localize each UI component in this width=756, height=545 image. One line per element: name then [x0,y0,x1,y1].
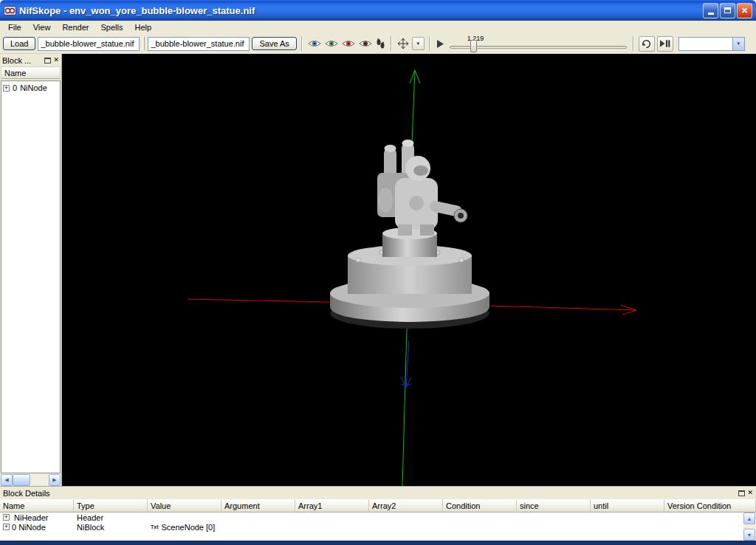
view-front-eye-icon[interactable] [324,38,339,49]
block-list-name-column-header[interactable]: Name [1,66,61,79]
menu-spells[interactable]: Spells [94,21,128,33]
view-side-eye-icon[interactable] [341,38,356,49]
close-icon: ✕ [741,6,748,16]
column-header-since[interactable]: since [517,499,591,513]
cell-type: Header [74,513,148,522]
close-panel-icon[interactable]: ✕ [747,490,753,496]
cell-name: + NiHeader [0,513,74,522]
load-file-input[interactable] [38,37,140,51]
nifskope-window: NifSkope - env_won_yore_bubble-blower_st… [0,0,756,545]
toolbar-grip [142,37,145,50]
value-type-tag: Txt [151,524,159,529]
scrollbar-thumb[interactable] [13,474,30,486]
save-as-button[interactable]: Save As [252,37,296,50]
scroll-up-icon: ▲ [747,516,752,521]
expand-icon[interactable]: + [3,85,10,92]
chevron-down-icon: ▼ [736,41,740,46]
table-row[interactable]: + NiHeader Header [0,513,743,522]
chevron-down-icon: ▼ [416,41,420,46]
minimize-icon [708,13,714,15]
slider-thumb[interactable] [470,40,477,52]
maximize-icon [724,7,731,13]
play-animation-icon[interactable] [435,38,446,49]
column-header-array2[interactable]: Array2 [369,499,443,513]
switch-animation-button[interactable] [657,36,673,52]
move-axes-icon[interactable] [396,37,410,50]
scroll-left-button[interactable]: ◀ [1,474,13,486]
block-details-vertical-scrollbar[interactable]: ▲ ▼ [743,513,756,541]
walk-footprints-icon[interactable] [375,38,386,50]
column-header-version-condition[interactable]: Version Condition [664,499,756,513]
skip-end-icon [659,38,670,49]
toolbar-separator [633,36,634,51]
menubar: File View Render Spells Help [0,21,756,34]
block-list-tree[interactable]: + 0 NiNode [1,80,61,473]
column-header-condition[interactable]: Condition [443,499,517,513]
cell-name-text: NiHeader [14,513,48,522]
cell-name: + 0 NiNode [0,523,74,532]
menu-file[interactable]: File [2,21,27,33]
scroll-left-icon: ◀ [4,477,8,483]
block-list-title: Block ... [2,56,44,65]
view-user-eye-icon[interactable] [358,38,373,49]
3d-viewport[interactable] [62,54,756,486]
expand-icon[interactable]: + [3,524,10,530]
load-button[interactable]: Load [3,37,35,50]
cell-value: Txt SceneNode [0] [148,523,221,532]
scroll-up-button[interactable]: ▲ [743,513,755,524]
block-details-title: Block Details [3,489,371,498]
view-top-eye-icon[interactable] [307,38,322,49]
animation-select-combobox[interactable]: ▼ [678,37,745,51]
menu-render[interactable]: Render [56,21,94,33]
tree-item-index: 0 [13,83,17,92]
close-panel-icon[interactable]: ✕ [53,57,59,64]
scroll-down-button[interactable]: ▼ [743,529,755,541]
column-header-until[interactable]: until [591,499,664,513]
loop-animation-button[interactable] [639,36,655,52]
block-list-header[interactable]: Block ... ✕ [0,54,61,66]
block-list-horizontal-scrollbar[interactable]: ◀ ▶ [1,474,61,486]
window-title: NifSkope - env_won_yore_bubble-blower_st… [19,5,701,16]
toolbar-separator [429,36,430,51]
close-button[interactable]: ✕ [737,3,752,18]
loop-icon [641,38,652,49]
table-row[interactable]: + 0 NiNode NiBlock Txt SceneNode [0] [0,522,743,532]
scroll-right-button[interactable]: ▶ [49,474,61,486]
save-file-input[interactable] [148,37,250,51]
column-header-array1[interactable]: Array1 [295,499,369,513]
scrollbar-track[interactable] [30,474,49,486]
toolbar: Load Save As ▼ [0,34,756,54]
cell-value-text: SceneNode [0] [162,523,216,532]
combobox-arrow-button[interactable]: ▼ [732,38,744,50]
menu-help[interactable]: Help [128,21,157,33]
toolbar-separator [391,36,392,51]
block-details-table[interactable]: + NiHeader Header + 0 NiNode [0,513,743,541]
statue-model [330,140,489,329]
block-details-header[interactable]: Block Details ✕ [0,487,756,499]
nifskope-app-icon [4,4,16,17]
block-details-column-headers: Name Type Value Argument Array1 Array2 C… [0,499,756,513]
column-header-value[interactable]: Value [148,499,221,513]
scroll-right-icon: ▶ [52,477,56,483]
tree-item-ninode[interactable]: + 0 NiNode [1,81,60,95]
animation-time-slider[interactable]: 1.219 [448,35,628,53]
bottom-selected-row-strip [0,541,756,545]
menu-view[interactable]: View [27,21,57,33]
viewport-canvas [62,54,756,486]
cell-type-text: Header [77,513,103,522]
cell-index-text: 0 [12,523,16,532]
column-header-argument[interactable]: Argument [221,499,295,513]
column-header-name[interactable]: Name [0,499,74,513]
maximize-button[interactable] [720,3,735,18]
float-panel-icon[interactable] [44,58,51,64]
expand-icon[interactable]: + [3,514,10,521]
float-panel-icon[interactable] [738,490,745,496]
column-header-type[interactable]: Type [74,499,148,513]
titlebar[interactable]: NifSkope - env_won_yore_bubble-blower_st… [0,0,756,21]
toolbar-separator [301,36,303,51]
minimize-button[interactable] [703,3,718,18]
view-mode-dropdown-button[interactable]: ▼ [412,37,425,50]
scroll-down-icon: ▼ [747,532,752,538]
cell-type: NiBlock [74,523,148,532]
tree-item-label: NiNode [20,83,47,92]
